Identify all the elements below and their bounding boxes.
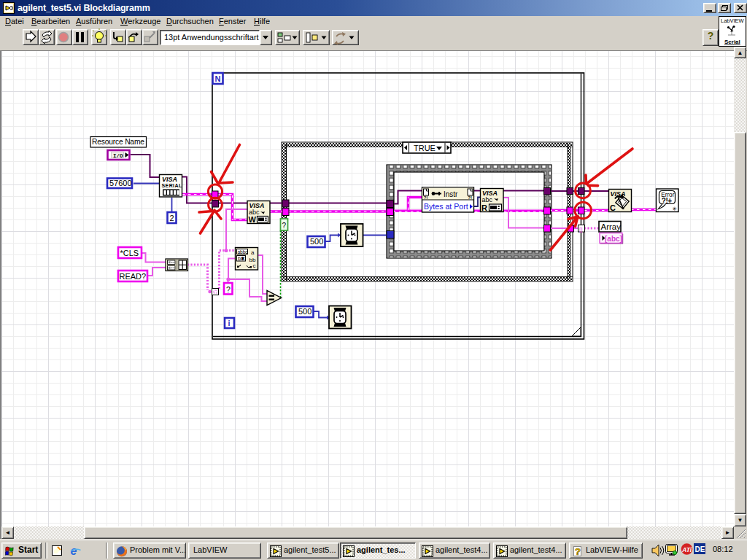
svg-text:?: ?: [575, 546, 581, 557]
svg-text:a: a: [251, 249, 255, 256]
svg-text:VISA: VISA: [249, 202, 265, 209]
svg-text:SERIAL: SERIAL: [162, 183, 182, 188]
svg-text:READ?: READ?: [120, 272, 147, 281]
svg-text:VISA: VISA: [162, 176, 177, 183]
svg-text:b✱: b✱: [238, 256, 245, 261]
svg-text:N: N: [215, 74, 221, 83]
svg-text:[]: []: [579, 226, 582, 233]
svg-text:TRUE: TRUE: [414, 144, 436, 152]
svg-text:Array: Array: [601, 222, 622, 231]
svg-text:500: 500: [310, 237, 323, 246]
svg-text:I/O: I/O: [113, 153, 123, 159]
svg-text:VISA: VISA: [482, 190, 498, 197]
svg-text:ATi: ATi: [681, 546, 692, 553]
svg-text:Instr: Instr: [444, 190, 458, 198]
svg-text:*CLS: *CLS: [120, 249, 139, 257]
svg-text:R: R: [481, 203, 487, 212]
svg-text:abc: abc: [482, 196, 493, 203]
svg-text:abbc: abbc: [238, 249, 249, 254]
svg-text:DE: DE: [695, 545, 705, 553]
svg-text:i: i: [228, 319, 231, 327]
svg-text:Bytes at Port: Bytes at Port: [424, 202, 468, 211]
svg-text:?!: ?!: [468, 195, 472, 200]
svg-text:✳: ✳: [673, 206, 677, 212]
svg-text:[abc]: [abc]: [605, 235, 622, 243]
svg-text:?: ?: [226, 285, 231, 294]
svg-text:Resource Name: Resource Name: [92, 138, 144, 146]
svg-text:?: ?: [282, 222, 287, 230]
svg-text:57600: 57600: [109, 179, 132, 187]
svg-text:08:12: 08:12: [713, 545, 733, 553]
svg-text:500: 500: [298, 307, 311, 316]
svg-text:W: W: [249, 215, 257, 224]
svg-text:C: C: [610, 203, 616, 212]
svg-text:c: c: [253, 262, 256, 269]
svg-text:2: 2: [170, 214, 174, 222]
svg-text:?!: ?!: [424, 195, 428, 200]
svg-text:?!+: ?!+: [662, 197, 672, 205]
